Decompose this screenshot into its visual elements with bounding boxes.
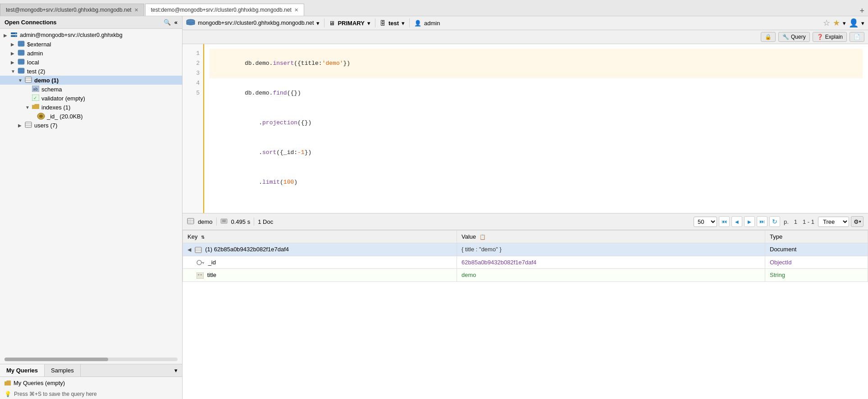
tree-arrow-root: ▶ [4, 33, 10, 38]
id-type-cell: ObjectId [765, 256, 868, 269]
svg-rect-25 [25, 122, 32, 127]
col-value-header[interactable]: Value 📋 [457, 231, 765, 243]
save-hint-text: Press ⌘+S to save the query here [14, 391, 97, 397]
code-span: sort [262, 149, 276, 156]
role-dropdown[interactable]: ▾ [367, 20, 370, 27]
star-icon-1[interactable]: ☆ [823, 18, 830, 28]
query-button[interactable]: 🔧 Query [778, 32, 810, 42]
separator-2 [375, 18, 375, 27]
star-icon-2[interactable]: ★ [833, 18, 840, 28]
id-key-label: _id [208, 259, 216, 266]
last-page-button[interactable]: ⏭ [757, 216, 767, 227]
tree-item-root[interactable]: ▶ admin@mongodb+srv://cluster0.ghhxkbg [0, 31, 182, 40]
tree-item-validator[interactable]: ▶ ✓ validator (empty) [0, 94, 182, 103]
user-name: admin [424, 20, 440, 27]
profile-dropdown[interactable]: ▾ [861, 20, 864, 27]
doc-key-cell: ◀ (1) 62b85a0b9432b082f1e7daf4 [183, 243, 457, 256]
tree-item-test[interactable]: ▼ test (2) [0, 67, 182, 76]
settings-button[interactable]: ⚙ ▾ [851, 216, 863, 227]
svg-text:✓: ✓ [33, 95, 37, 100]
collection-icon-users [24, 122, 32, 129]
per-page-select[interactable]: 50 10 20 100 200 [694, 217, 717, 227]
search-icon[interactable]: 🔍 [164, 19, 171, 26]
role-icon: 🖥 [329, 20, 335, 27]
code-span: . [245, 149, 262, 156]
code-span: -1 [297, 149, 305, 156]
col-type-header[interactable]: Type [765, 231, 868, 243]
tree-label-schema: schema [41, 86, 62, 93]
tree-item-demo[interactable]: ▼ demo (1) [0, 76, 182, 85]
validator-icon: ✓ [32, 95, 40, 102]
tree-item-admin[interactable]: ▶ admin [0, 49, 182, 58]
svg-text:"": "" [197, 274, 202, 278]
lock-button[interactable]: 🔒 [761, 32, 776, 42]
lightbulb-icon: 💡 [5, 391, 11, 397]
collapse-icon[interactable]: « [174, 19, 178, 26]
code-line-3: .projection({}) [210, 108, 863, 138]
sidebar-tab-arrow[interactable]: ▾ [170, 364, 182, 376]
svg-rect-13 [18, 68, 24, 73]
results-sep-2 [254, 218, 254, 226]
tree-label-admin: admin [27, 50, 43, 57]
tree-item-schema[interactable]: ▶ ab schema [0, 85, 182, 94]
first-page-button[interactable]: ⏮ [719, 216, 730, 227]
title-type-label: String [770, 272, 785, 278]
export-button[interactable]: 📄 [850, 32, 864, 42]
tab-my-queries[interactable]: My Queries [0, 364, 45, 376]
code-editor[interactable]: db.demo.insert({title:'demo'}) db.demo.f… [204, 44, 868, 213]
results-docs: 1 Doc [258, 218, 273, 225]
col-key-label: Key [187, 233, 197, 240]
db-icon-test [17, 68, 25, 75]
my-queries-item[interactable]: My Queries (empty) [0, 377, 182, 389]
tree-item-users[interactable]: ▶ users (7) [0, 121, 182, 130]
expand-arrow[interactable]: ◀ [187, 247, 191, 252]
code-span: ({}) [287, 90, 301, 96]
code-line-4: .sort({_id:-1}) [210, 138, 863, 168]
col-key-header[interactable]: Key ⇅ [183, 231, 457, 243]
explain-button[interactable]: ❓ Explain [813, 32, 847, 42]
copy-value-icon[interactable]: 📋 [480, 234, 486, 240]
refresh-button[interactable]: ↻ [769, 216, 780, 227]
results-area: Key ⇅ Value 📋 Type [183, 230, 868, 399]
tree-arrow-external: ▶ [11, 42, 17, 47]
id-value-cell: 62b85a0b9432b082f1e7daf4 [457, 256, 765, 269]
db-dropdown[interactable]: ▾ [402, 20, 405, 27]
action-toolbar: 🔒 🔧 Query ❓ Explain 📄 [183, 30, 868, 44]
prev-page-button[interactable]: ◀ [731, 216, 742, 227]
tab-1[interactable]: test@mongodb+srv://cluster0.ghhxkbg.mong… [0, 4, 144, 16]
star-dropdown[interactable]: ▾ [843, 20, 846, 27]
tab-samples[interactable]: Samples [45, 364, 81, 376]
tree-item-external[interactable]: ▶ $external [0, 40, 182, 49]
gear-icon: ⚙ [854, 218, 859, 225]
new-tab-button[interactable]: + [859, 6, 864, 16]
tab-1-close[interactable]: ✕ [134, 7, 138, 13]
tree-arrow-indexes: ▼ [25, 105, 32, 110]
sidebar-scrollbar[interactable] [0, 355, 182, 364]
sort-key-icon[interactable]: ⇅ [201, 235, 205, 240]
tree-item-local[interactable]: ▶ local [0, 58, 182, 67]
sidebar-title: Open Connections [5, 19, 57, 26]
doc-value-cell: { title : "demo" } [457, 243, 765, 256]
tree-label-local: local [27, 59, 39, 66]
view-mode-select[interactable]: Tree Table JSON [818, 217, 849, 227]
line-num-3: 3 [183, 68, 203, 78]
code-line-2: db.demo.find({}) [210, 78, 863, 108]
sidebar-header: Open Connections 🔍 « [0, 16, 182, 29]
page-range: 1 - 1 [803, 218, 814, 225]
db-name: test [388, 20, 399, 27]
tree-item-indexes[interactable]: ▼ indexes (1) [0, 103, 182, 112]
line-num-5: 5 [183, 88, 203, 98]
next-page-button[interactable]: ▶ [744, 216, 755, 227]
explain-icon: ❓ [817, 34, 823, 40]
editor-area: 1 2 3 4 5 db.demo.insert({title:'demo'})… [183, 44, 868, 213]
connection-dropdown-icon[interactable]: ▾ [316, 20, 320, 27]
tab-2[interactable]: test:demo@mongodb+srv://cluster0.ghhxkbg… [145, 4, 304, 16]
code-span: 'demo' [322, 60, 343, 67]
tab-2-close[interactable]: ✕ [294, 7, 298, 13]
tree-label-test: test (2) [27, 68, 45, 75]
tree-item-id-index[interactable]: ▶ _id_ (20.0KB) [0, 112, 182, 121]
profile-icon[interactable]: 👤 [849, 18, 859, 28]
tree-arrow-test: ▼ [11, 69, 17, 74]
title-key-cell: "" title [183, 269, 457, 282]
separator-3 [409, 18, 410, 27]
